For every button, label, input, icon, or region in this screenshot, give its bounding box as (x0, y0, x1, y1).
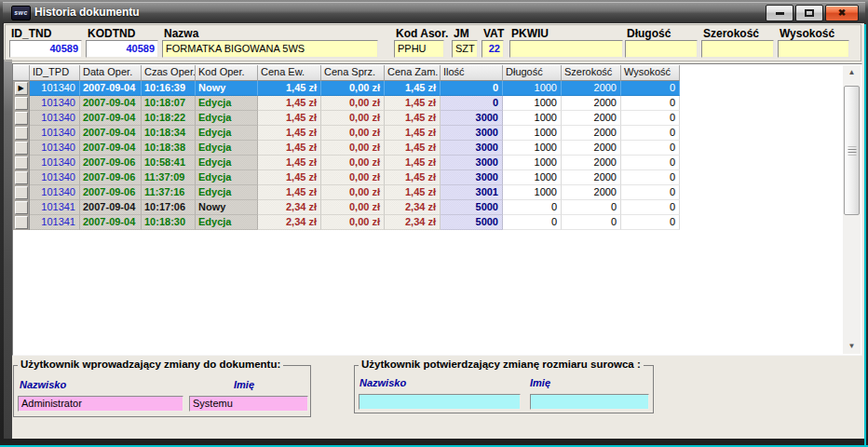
cell[interactable]: 2000 (562, 185, 621, 200)
cell[interactable]: 3000 (441, 111, 503, 126)
field-value-vat[interactable]: 22 (481, 40, 504, 58)
cell[interactable]: 101340 (30, 126, 80, 141)
cell[interactable]: 3000 (441, 156, 503, 170)
nazwisko-field[interactable]: Administrator (18, 396, 183, 412)
cell[interactable]: 0,00 zł (321, 81, 385, 96)
column-header-ilość[interactable]: Ilość (441, 65, 503, 81)
cell[interactable]: 0,00 zł (321, 185, 385, 200)
cell[interactable]: 0,00 zł (321, 215, 385, 230)
field-value-długość[interactable] (625, 40, 698, 58)
cell[interactable]: 2000 (562, 170, 621, 185)
row-selector[interactable] (15, 156, 28, 169)
cell[interactable]: 3000 (441, 170, 503, 185)
cell[interactable]: 1,45 zł (258, 111, 321, 126)
cell[interactable]: 10:18:22 (142, 111, 196, 126)
cell[interactable]: 1,45 zł (258, 141, 321, 156)
scrollbar-thumb[interactable] (844, 86, 860, 215)
column-header-cena-ew[interactable]: Cena Ew. (258, 65, 321, 81)
cell[interactable]: 101340 (30, 141, 80, 156)
cell[interactable]: 0,00 zł (321, 200, 385, 215)
column-header-szerokość[interactable]: Szerokość (562, 65, 621, 81)
row-selector[interactable]: ▶ (15, 82, 28, 95)
cell[interactable]: 0 (621, 111, 680, 126)
row-selector[interactable] (15, 127, 28, 140)
cell[interactable]: 0 (621, 185, 680, 200)
column-header-kod-oper[interactable]: Kod Oper. (196, 65, 258, 81)
field-value-id-tnd[interactable]: 40589 (9, 40, 82, 58)
cell[interactable]: Edycja (196, 126, 258, 141)
cell[interactable]: Edycja (196, 156, 258, 170)
field-value-kodtnd[interactable]: 40589 (86, 40, 158, 58)
nazwisko-field[interactable] (359, 394, 521, 410)
cell[interactable]: 0,00 zł (321, 126, 385, 141)
field-value-pkwiu[interactable] (509, 40, 623, 58)
cell[interactable]: 1000 (503, 185, 562, 200)
row-selector[interactable] (15, 186, 28, 199)
cell[interactable]: Edycja (196, 170, 258, 185)
row-selector[interactable] (15, 142, 28, 155)
cell[interactable]: 10:18:07 (142, 96, 196, 111)
cell[interactable]: 10:18:30 (142, 215, 196, 230)
cell[interactable]: 2007-09-04 (80, 126, 142, 141)
cell[interactable]: 2000 (562, 81, 621, 96)
cell[interactable]: 10:18:34 (142, 126, 196, 141)
cell[interactable]: 10:18:38 (142, 141, 196, 156)
column-header-cena-sprz[interactable]: Cena Sprz. (321, 65, 385, 81)
cell[interactable]: 2007-09-06 (80, 170, 142, 185)
column-header-cena-zam[interactable]: Cena Zam. (385, 65, 441, 81)
cell[interactable]: Edycja (196, 141, 258, 156)
imie-field[interactable] (530, 394, 649, 410)
cell[interactable]: 1000 (503, 96, 562, 111)
cell[interactable]: 1,45 zł (385, 126, 441, 141)
cell[interactable]: 101341 (30, 200, 80, 215)
row-selector[interactable] (15, 201, 28, 214)
cell[interactable]: 2,34 zł (258, 215, 321, 230)
cell[interactable]: 3001 (441, 185, 503, 200)
cell[interactable]: 5000 (441, 215, 503, 230)
cell[interactable]: 2,34 zł (385, 200, 441, 215)
column-header-długość[interactable]: Długość (503, 65, 562, 81)
cell[interactable]: 2,34 zł (385, 215, 441, 230)
row-selector[interactable] (15, 216, 28, 229)
cell[interactable]: 1,45 zł (385, 111, 441, 126)
cell[interactable]: 1,45 zł (258, 81, 321, 96)
cell[interactable]: 0 (621, 126, 680, 141)
cell[interactable]: 3000 (441, 141, 503, 156)
cell[interactable]: 2000 (562, 156, 621, 170)
cell[interactable]: Nowy (196, 200, 258, 215)
cell[interactable]: 1,45 zł (258, 170, 321, 185)
cell[interactable]: 1,45 zł (385, 141, 441, 156)
cell[interactable]: 2007-09-04 (80, 141, 142, 156)
cell[interactable]: 0 (562, 215, 621, 230)
cell[interactable]: 0 (441, 96, 503, 111)
cell[interactable]: 101340 (30, 96, 80, 111)
imie-field[interactable]: Systemu (189, 396, 308, 412)
scroll-up-icon[interactable]: ▲ (843, 65, 861, 80)
cell[interactable]: Edycja (196, 96, 258, 111)
column-header-data-oper[interactable]: Data Oper. (80, 65, 142, 81)
cell[interactable]: 1,45 zł (385, 156, 441, 170)
cell[interactable]: 2007-09-04 (80, 215, 142, 230)
cell[interactable]: 1,45 zł (258, 126, 321, 141)
cell[interactable]: 10:58:41 (142, 156, 196, 170)
cell[interactable]: 1,45 zł (385, 81, 441, 96)
cell[interactable]: 1,45 zł (258, 96, 321, 111)
row-selector[interactable] (15, 171, 28, 184)
scroll-down-icon[interactable]: ▼ (843, 339, 861, 354)
cell[interactable]: Edycja (196, 215, 258, 230)
cell[interactable]: 0 (621, 215, 680, 230)
vertical-scrollbar[interactable]: ▲ ▼ (843, 65, 861, 354)
cell[interactable]: 101341 (30, 215, 80, 230)
cell[interactable]: 1000 (503, 111, 562, 126)
cell[interactable]: 10:16:39 (142, 81, 196, 96)
cell[interactable]: Nowy (196, 81, 258, 96)
column-header-wysokość[interactable]: Wysokość (621, 65, 680, 81)
cell[interactable]: Edycja (196, 185, 258, 200)
cell[interactable]: 2000 (562, 141, 621, 156)
cell[interactable]: 11:37:09 (142, 170, 196, 185)
cell[interactable]: 101340 (30, 170, 80, 185)
cell[interactable]: 1000 (503, 170, 562, 185)
cell[interactable]: 1,45 zł (385, 185, 441, 200)
cell[interactable]: 1000 (503, 126, 562, 141)
row-selector[interactable] (15, 112, 28, 125)
